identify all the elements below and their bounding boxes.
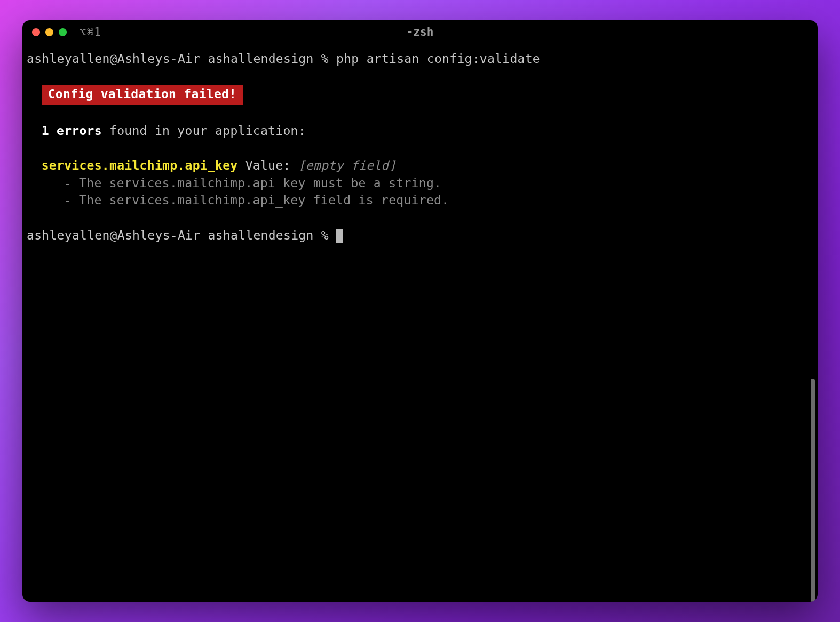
error-count-suffix: found in your application: (102, 124, 306, 138)
error-detail: - The services.mailchimp.api_key must be… (27, 174, 813, 192)
blank-line (27, 209, 813, 227)
title-bar: ⌥⌘1 -zsh (22, 20, 818, 44)
value-label: Value: (238, 158, 298, 172)
close-button[interactable] (32, 28, 40, 36)
shell-prompt: ashleyallen@Ashleys-Air ashallendesign % (27, 228, 336, 242)
config-key: services.mailchimp.api_key (42, 158, 238, 172)
traffic-lights (32, 28, 67, 36)
terminal-window: ⌥⌘1 -zsh ashleyallen@Ashleys-Air ashalle… (22, 20, 818, 602)
blank-line (27, 105, 813, 122)
scrollbar[interactable] (811, 379, 815, 602)
command-text: php artisan config:validate (336, 52, 540, 66)
error-count: 1 errors (42, 124, 102, 138)
terminal-body[interactable]: ashleyallen@Ashleys-Air ashallendesign %… (22, 44, 818, 602)
prompt-line: ashleyallen@Ashleys-Air ashallendesign % (27, 227, 813, 244)
shell-prompt: ashleyallen@Ashleys-Air ashallendesign % (27, 52, 336, 66)
tab-indicator: ⌥⌘1 (80, 26, 101, 38)
empty-field-value: [empty field] (298, 158, 397, 172)
window-title: -zsh (407, 26, 434, 38)
error-detail: - The services.mailchimp.api_key field i… (27, 192, 813, 209)
minimize-button[interactable] (45, 28, 53, 36)
error-count-line: 1 errors found in your application: (27, 122, 813, 140)
maximize-button[interactable] (59, 28, 67, 36)
blank-line (27, 139, 813, 157)
error-banner: Config validation failed! (42, 85, 243, 105)
error-banner-row: Config validation failed! (27, 85, 813, 105)
config-key-line: services.mailchimp.api_key Value: [empty… (27, 157, 813, 174)
blank-line (27, 68, 813, 85)
cursor-icon (336, 229, 343, 243)
command-line: ashleyallen@Ashleys-Air ashallendesign %… (27, 50, 813, 68)
